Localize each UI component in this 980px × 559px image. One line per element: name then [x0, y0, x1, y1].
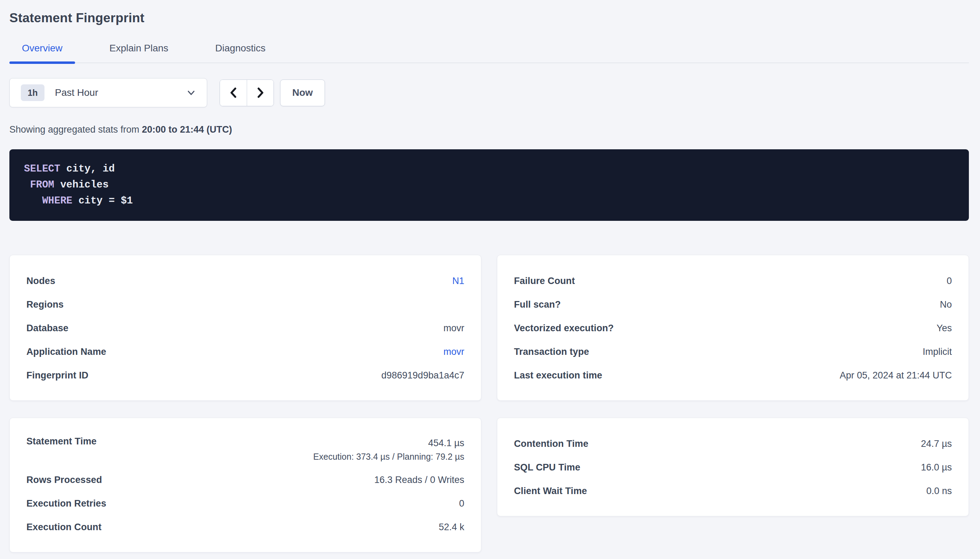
- time-range-badge: 1h: [21, 84, 45, 101]
- chevron-left-icon: [228, 86, 239, 100]
- sql-keyword: SELECT: [24, 163, 60, 175]
- stat-label: SQL CPU Time: [514, 462, 580, 473]
- stat-value: No: [940, 299, 952, 310]
- tab-explain-plans[interactable]: Explain Plans: [97, 43, 181, 63]
- aggregated-stats-summary: Showing aggregated stats from 20:00 to 2…: [9, 124, 969, 136]
- stat-label: Fingerprint ID: [27, 370, 88, 381]
- nodes-link[interactable]: N1: [452, 276, 464, 286]
- stat-label: Client Wait Time: [514, 486, 587, 496]
- stat-label: Transaction type: [514, 347, 589, 357]
- stat-row-client-wait-time: Client Wait Time 0.0 ns: [514, 479, 952, 503]
- stat-label: Regions: [27, 299, 64, 310]
- stat-row-execution-retries: Execution Retries 0: [27, 492, 464, 515]
- time-range-label: Past Hour: [55, 87, 186, 98]
- stat-value: 24.7 µs: [921, 438, 952, 449]
- stat-value: d986919d9ba1a4c7: [381, 370, 464, 381]
- stat-value: 0: [459, 498, 464, 509]
- tab-overview[interactable]: Overview: [9, 43, 75, 63]
- stat-row-fingerprint-id: Fingerprint ID d986919d9ba1a4c7: [27, 364, 464, 387]
- stat-label: Rows Processed: [27, 475, 102, 485]
- stat-row-vectorized-execution: Vectorized execution? Yes: [514, 316, 952, 340]
- stat-row-last-execution-time: Last execution time Apr 05, 2024 at 21:4…: [514, 364, 952, 387]
- stat-row-statement-time: Statement Time 454.1 µs Execution: 373.4…: [27, 432, 464, 468]
- time-range-dropdown[interactable]: 1h Past Hour: [9, 78, 207, 107]
- stat-row-transaction-type: Transaction type Implicit: [514, 340, 952, 364]
- stat-value: Apr 05, 2024 at 21:44 UTC: [840, 370, 952, 381]
- application-name-link[interactable]: movr: [443, 347, 464, 357]
- stat-label: Statement Time: [27, 436, 96, 447]
- timing-card: Statement Time 454.1 µs Execution: 373.4…: [9, 418, 481, 552]
- stat-row-database: Database movr: [27, 316, 464, 340]
- stat-value: 52.4 k: [439, 522, 464, 533]
- stat-label: Execution Retries: [27, 498, 106, 509]
- sql-statement-box: SELECT city, id FROM vehicles WHERE city…: [9, 149, 969, 221]
- overview-card: Nodes N1 Regions Database movr Applicati…: [9, 255, 481, 401]
- tab-diagnostics[interactable]: Diagnostics: [202, 43, 278, 63]
- stat-label: Contention Time: [514, 438, 589, 449]
- stat-row-failure-count: Failure Count 0: [514, 269, 952, 293]
- stat-row-execution-count: Execution Count 52.4 k: [27, 515, 464, 539]
- stat-label: Vectorized execution?: [514, 323, 614, 334]
- stat-value: 454.1 µs: [313, 436, 464, 450]
- sql-keyword: FROM: [30, 179, 54, 190]
- execution-attributes-card: Failure Count 0 Full scan? No Vectorized…: [497, 255, 969, 401]
- aggregated-stats-prefix: Showing aggregated stats from: [9, 124, 142, 135]
- stat-value: movr: [443, 323, 464, 334]
- stat-row-full-scan: Full scan? No: [514, 293, 952, 316]
- stat-value: Implicit: [923, 347, 952, 357]
- time-toolbar: 1h Past Hour: [9, 78, 969, 107]
- stat-label: Full scan?: [514, 299, 561, 310]
- stat-label: Last execution time: [514, 370, 602, 381]
- stat-label: Nodes: [27, 276, 55, 286]
- page-title: Statement Fingerprint: [9, 10, 969, 26]
- stat-row-application-name: Application Name movr: [27, 340, 464, 364]
- stat-value: 16.3 Reads / 0 Writes: [374, 475, 464, 485]
- stat-value: 0: [947, 276, 952, 286]
- stat-subvalue: Execution: 373.4 µs / Planning: 79.2 µs: [313, 450, 464, 463]
- statement-time-values: 454.1 µs Execution: 373.4 µs / Planning:…: [313, 436, 464, 463]
- stat-label: Failure Count: [514, 276, 575, 286]
- sql-keyword: WHERE: [42, 195, 72, 207]
- stat-value: Yes: [937, 323, 952, 334]
- summary-cards-grid: Nodes N1 Regions Database movr Applicati…: [9, 255, 969, 552]
- sql-line: SELECT city, id: [24, 161, 954, 177]
- wait-times-card: Contention Time 24.7 µs SQL CPU Time 16.…: [497, 418, 969, 516]
- stat-label: Execution Count: [27, 522, 101, 533]
- stat-label: Database: [27, 323, 68, 334]
- next-time-interval-button[interactable]: [247, 80, 274, 106]
- time-step-button-group: [220, 79, 274, 106]
- stat-label: Application Name: [27, 347, 106, 357]
- stat-value: 16.0 µs: [921, 462, 952, 473]
- stat-row-rows-processed: Rows Processed 16.3 Reads / 0 Writes: [27, 468, 464, 492]
- statement-fingerprint-page: Statement Fingerprint Overview Explain P…: [0, 0, 980, 552]
- stat-value: 0.0 ns: [926, 486, 952, 496]
- aggregated-stats-range: 20:00 to 21:44 (UTC): [142, 124, 232, 135]
- chevron-right-icon: [254, 86, 266, 100]
- stat-row-contention-time: Contention Time 24.7 µs: [514, 432, 952, 456]
- sql-line: FROM vehicles: [24, 177, 954, 193]
- tab-bar: Overview Explain Plans Diagnostics: [9, 43, 969, 63]
- stat-row-nodes: Nodes N1: [27, 269, 464, 293]
- chevron-down-icon: [186, 88, 196, 98]
- sql-line: WHERE city = $1: [24, 193, 954, 209]
- stat-row-regions: Regions: [27, 293, 464, 316]
- stat-row-sql-cpu-time: SQL CPU Time 16.0 µs: [514, 456, 952, 479]
- previous-time-interval-button[interactable]: [220, 80, 247, 106]
- now-button[interactable]: Now: [280, 79, 325, 106]
